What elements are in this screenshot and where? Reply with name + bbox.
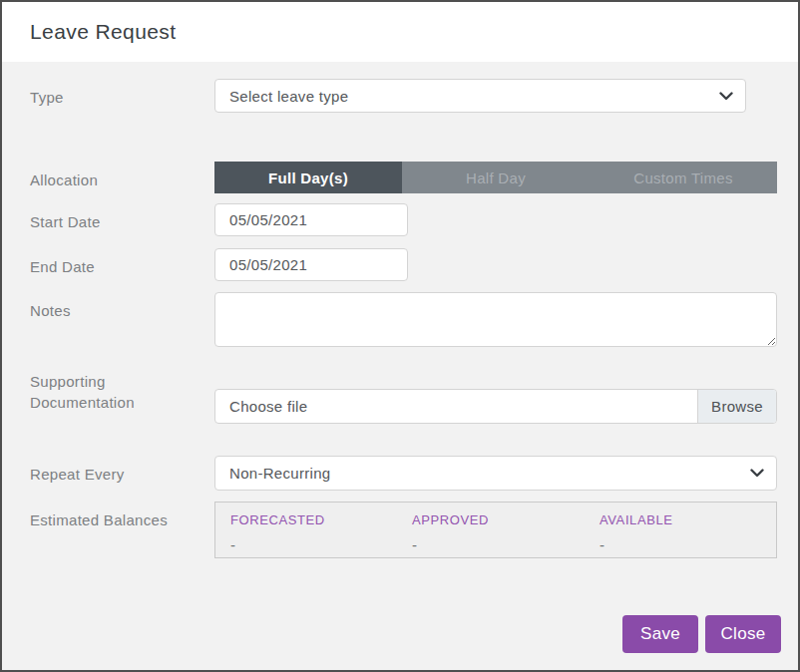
save-button[interactable]: Save (622, 615, 698, 653)
balance-col-available: AVAILABLE - (600, 512, 776, 557)
balance-value-forecasted: - (230, 536, 412, 553)
balance-col-forecasted: FORECASTED - (230, 512, 412, 557)
balance-header-approved: APPROVED (412, 512, 600, 527)
notes-row: Notes (2, 292, 798, 347)
start-date-row: Start Date (2, 203, 798, 236)
repeat-every-select[interactable]: Non-Recurring (214, 456, 777, 491)
start-date-label: Start Date (30, 203, 214, 236)
page-title: Leave Request (30, 20, 176, 44)
end-date-input[interactable] (214, 248, 408, 281)
allocation-row: Allocation Full Day(s) Half Day Custom T… (2, 162, 798, 193)
estimated-balances-table: FORECASTED - APPROVED - AVAILABLE - (214, 502, 777, 558)
balance-header-forecasted: FORECASTED (230, 512, 412, 527)
estimated-balances-label: Estimated Balances (30, 502, 214, 558)
modal-header: Leave Request (2, 2, 798, 62)
type-row: Type Select leave type (2, 79, 798, 113)
file-upload-input[interactable]: Choose file Browse (214, 389, 777, 424)
repeat-every-select-value: Non-Recurring (229, 465, 330, 482)
browse-button[interactable]: Browse (697, 390, 776, 423)
tab-custom-times[interactable]: Custom Times (590, 162, 777, 193)
modal-body: Type Select leave type Allocation Full D… (2, 79, 798, 653)
balance-col-approved: APPROVED - (412, 512, 600, 557)
end-date-label: End Date (30, 248, 214, 281)
file-upload-placeholder: Choose file (215, 390, 697, 423)
balance-header-available: AVAILABLE (600, 512, 776, 527)
notes-label: Notes (30, 292, 214, 347)
allocation-tabbar: Full Day(s) Half Day Custom Times (214, 162, 777, 193)
leave-type-select[interactable]: Select leave type (214, 79, 746, 113)
estimated-balances-row: Estimated Balances FORECASTED - APPROVED… (2, 502, 798, 558)
balance-value-approved: - (412, 536, 600, 553)
tab-full-days[interactable]: Full Day(s) (214, 162, 402, 193)
close-button[interactable]: Close (705, 615, 781, 653)
allocation-label: Allocation (30, 162, 214, 193)
supporting-documentation-row: Supporting Documentation Choose file Bro… (2, 389, 798, 424)
notes-textarea[interactable] (214, 292, 777, 347)
balance-value-available: - (600, 536, 776, 553)
type-label: Type (30, 79, 214, 113)
tab-half-day[interactable]: Half Day (402, 162, 590, 193)
leave-type-select-value: Select leave type (229, 88, 348, 105)
end-date-row: End Date (2, 248, 798, 281)
repeat-every-row: Repeat Every Non-Recurring (2, 456, 798, 491)
chevron-down-icon (750, 469, 764, 478)
supporting-documentation-label: Supporting Documentation (30, 371, 214, 424)
chevron-down-icon (719, 92, 733, 101)
start-date-input[interactable] (214, 203, 408, 236)
leave-request-modal: Leave Request Type Select leave type All… (0, 0, 800, 672)
repeat-every-label: Repeat Every (30, 456, 214, 491)
modal-footer: Save Close (2, 615, 798, 653)
